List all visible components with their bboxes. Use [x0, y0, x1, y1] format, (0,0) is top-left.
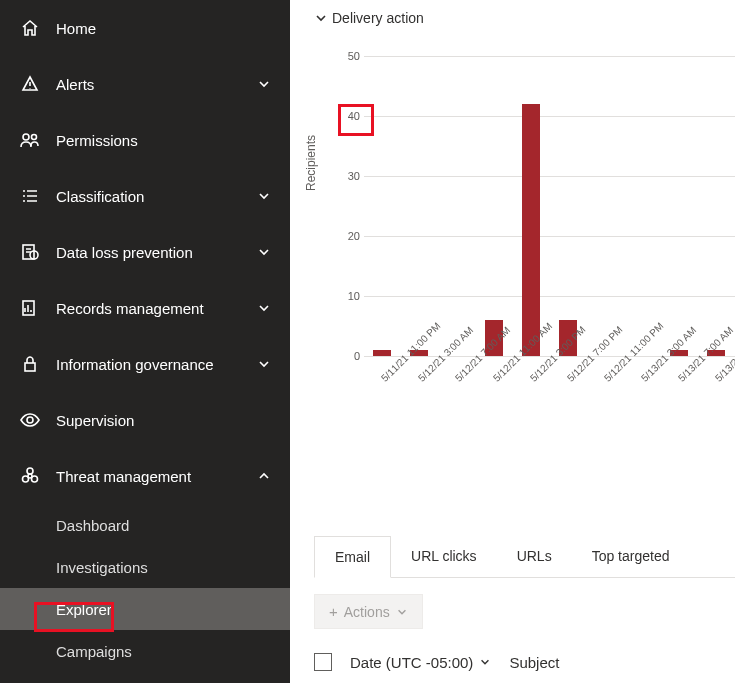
chart-ylabel: Recipients — [304, 135, 318, 191]
svg-point-10 — [32, 476, 38, 482]
sidebar-item-label: Information governance — [56, 356, 254, 373]
svg-point-6 — [27, 417, 33, 423]
result-tabs: Email URL clicks URLs Top targeted — [314, 536, 735, 578]
dlp-icon — [16, 243, 44, 261]
select-all-checkbox[interactable] — [314, 653, 332, 671]
column-date[interactable]: Date (UTC -05:00) — [350, 654, 491, 671]
sidebar-sub-label: Investigations — [56, 559, 148, 576]
eye-icon — [16, 411, 44, 429]
svg-point-8 — [27, 468, 33, 474]
sidebar-sub-dashboard[interactable]: Dashboard — [0, 504, 290, 546]
actions-button[interactable]: + Actions — [314, 594, 423, 629]
chevron-down-icon — [479, 656, 491, 668]
sidebar-sub-investigations[interactable]: Investigations — [0, 546, 290, 588]
sidebar-item-label: Records management — [56, 300, 254, 317]
svg-point-1 — [32, 135, 37, 140]
ytick: 40 — [338, 110, 360, 122]
chevron-down-icon — [254, 245, 274, 259]
chart-xlabels: 5/11/21 11:00 PM5/12/21 3:00 AM5/12/21 7… — [364, 366, 735, 436]
biohazard-icon — [16, 467, 44, 485]
chevron-down-icon — [396, 606, 408, 618]
sidebar-item-label: Alerts — [56, 76, 254, 93]
sidebar-item-alerts[interactable]: Alerts — [0, 56, 290, 112]
svg-point-9 — [23, 476, 29, 482]
sidebar-item-classification[interactable]: Classification — [0, 168, 290, 224]
chevron-down-icon — [254, 357, 274, 371]
ytick: 0 — [338, 350, 360, 362]
table-header: Date (UTC -05:00) Subject — [314, 653, 735, 671]
sidebar-item-infogov[interactable]: Information governance — [0, 336, 290, 392]
sidebar-item-records[interactable]: Records management — [0, 280, 290, 336]
sidebar-item-permissions[interactable]: Permissions — [0, 112, 290, 168]
ytick: 50 — [338, 50, 360, 62]
sidebar-item-label: Threat management — [56, 468, 254, 485]
sidebar-item-label: Data loss prevention — [56, 244, 254, 261]
svg-point-0 — [23, 134, 29, 140]
column-label: Subject — [509, 654, 559, 671]
actions-label: Actions — [344, 604, 390, 620]
sidebar-item-threat[interactable]: Threat management — [0, 448, 290, 504]
ytick: 20 — [338, 230, 360, 242]
sidebar-item-supervision[interactable]: Supervision — [0, 392, 290, 448]
tab-top-targeted[interactable]: Top targeted — [572, 536, 690, 577]
sidebar-item-label: Permissions — [56, 132, 274, 149]
chevron-down-icon — [254, 77, 274, 91]
sidebar: Home Alerts Permissions Classification — [0, 0, 290, 683]
sidebar-sub-label: Campaigns — [56, 643, 132, 660]
permissions-icon — [16, 131, 44, 149]
collapse-delivery-action[interactable]: Delivery action — [314, 10, 735, 26]
sidebar-item-label: Classification — [56, 188, 254, 205]
bar[interactable] — [373, 350, 391, 356]
main-content: Delivery action Recipients 5/11/21 11:00… — [290, 0, 735, 683]
tab-email[interactable]: Email — [314, 536, 391, 578]
ytick: 30 — [338, 170, 360, 182]
chevron-down-icon — [254, 301, 274, 315]
sidebar-item-dlp[interactable]: Data loss prevention — [0, 224, 290, 280]
sidebar-sub-label: Dashboard — [56, 517, 129, 534]
collapse-label: Delivery action — [332, 10, 424, 26]
ytick: 10 — [338, 290, 360, 302]
lock-icon — [16, 355, 44, 373]
svg-rect-5 — [25, 363, 35, 371]
plus-icon: + — [329, 603, 338, 620]
tab-url-clicks[interactable]: URL clicks — [391, 536, 497, 577]
tab-urls[interactable]: URLs — [497, 536, 572, 577]
sidebar-item-label: Supervision — [56, 412, 274, 429]
home-icon — [16, 19, 44, 37]
sidebar-sub-campaigns[interactable]: Campaigns — [0, 630, 290, 672]
sidebar-item-label: Home — [56, 20, 274, 37]
sidebar-sub-label: Explorer — [56, 601, 112, 618]
column-subject[interactable]: Subject — [509, 654, 559, 671]
chevron-up-icon — [254, 469, 274, 483]
column-label: Date (UTC -05:00) — [350, 654, 473, 671]
sidebar-item-home[interactable]: Home — [0, 0, 290, 56]
recipients-chart: Recipients 5/11/21 11:00 PM5/12/21 3:00 … — [314, 56, 735, 436]
chart-bars — [364, 56, 735, 356]
sidebar-sub-explorer[interactable]: Explorer — [0, 588, 290, 630]
chevron-down-icon — [314, 11, 332, 25]
chevron-down-icon — [254, 189, 274, 203]
alert-icon — [16, 75, 44, 93]
bar[interactable] — [522, 104, 540, 356]
classification-icon — [16, 187, 44, 205]
records-icon — [16, 299, 44, 317]
